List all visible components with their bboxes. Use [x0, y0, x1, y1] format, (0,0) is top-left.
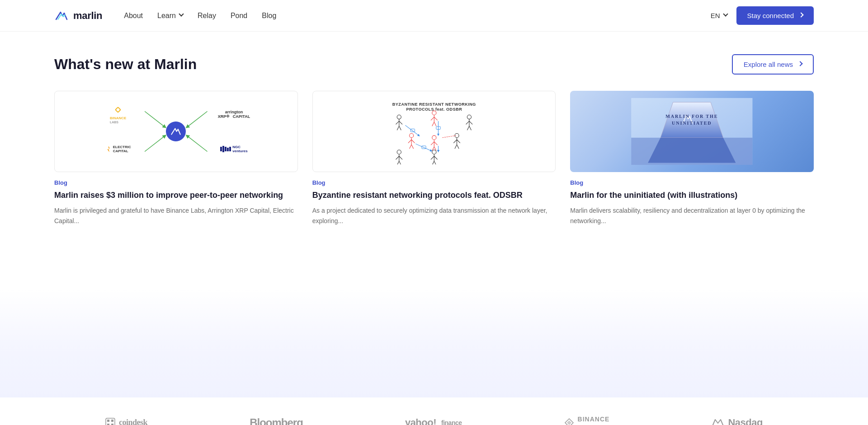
center-marlin-icon: [166, 121, 186, 141]
svg-rect-63: [410, 129, 415, 132]
nav-relay[interactable]: Relay: [198, 12, 216, 20]
svg-line-30: [467, 126, 469, 130]
stay-connected-arrow-icon: [798, 12, 803, 17]
svg-line-16: [396, 121, 399, 124]
nav-blog[interactable]: Blog: [262, 12, 276, 20]
svg-line-29: [469, 121, 472, 124]
card3-excerpt: Marlin delivers scalability, resiliency …: [570, 205, 814, 226]
svg-line-52: [396, 156, 399, 159]
svg-line-48: [455, 145, 457, 149]
svg-text:UNINITIATED: UNINITIATED: [672, 121, 712, 126]
svg-point-50: [397, 150, 401, 154]
binance-diamond-icon: [564, 418, 574, 425]
svg-line-22: [431, 117, 434, 120]
svg-line-54: [397, 161, 399, 164]
lang-label: EN: [711, 12, 720, 19]
svg-rect-3: [220, 147, 222, 151]
svg-line-17: [399, 121, 402, 124]
nasdaq-logo: Nasdaq: [712, 417, 762, 425]
news-card-2[interactable]: BYZANTINE RESISTANT NETWORKING PROTOCOLS…: [312, 91, 556, 226]
svg-line-23: [434, 117, 437, 120]
svg-point-32: [409, 134, 413, 138]
svg-point-14: [397, 115, 401, 119]
svg-marker-73: [648, 138, 736, 163]
svg-rect-5: [225, 147, 226, 151]
svg-line-58: [431, 156, 434, 159]
marlin-logo-icon: [54, 9, 69, 23]
card2-title: Byzantine resistant networking protocols…: [312, 190, 556, 201]
svg-line-34: [408, 140, 411, 143]
svg-line-28: [466, 121, 469, 124]
card3-tag: Blog: [570, 179, 814, 186]
news-header: What's new at Marlin Explore all news: [54, 54, 814, 75]
svg-line-35: [411, 140, 415, 143]
news-section-title: What's new at Marlin: [54, 56, 197, 73]
svg-line-55: [399, 161, 401, 164]
iceberg-illustration: MARLIN FOR THE UNINITIATED: [577, 98, 807, 165]
logo[interactable]: marlin: [54, 9, 102, 23]
coindesk-logo: coindesk: [105, 418, 147, 425]
svg-rect-79: [111, 420, 113, 422]
svg-line-59: [434, 156, 437, 159]
svg-line-10: [145, 136, 165, 152]
svg-line-40: [431, 142, 434, 145]
svg-line-8: [145, 112, 165, 127]
svg-line-18: [397, 126, 399, 130]
svg-line-25: [434, 122, 436, 126]
byzantine-network-diagram: BYZANTINE RESISTANT NETWORKING PROTOCOLS…: [320, 98, 548, 164]
card2-excerpt: As a project dedicated to securely optim…: [312, 205, 556, 226]
svg-rect-4: [222, 146, 224, 152]
card2-image: BYZANTINE RESISTANT NETWORKING PROTOCOLS…: [312, 91, 556, 172]
svg-line-24: [432, 122, 434, 126]
header-left: marlin About Learn Relay Pond Blog: [54, 9, 276, 23]
binance-labs-logo: BINANCELABS: [564, 416, 610, 425]
svg-marker-82: [567, 420, 571, 425]
ngc-icon: [220, 146, 231, 152]
explore-arrow-icon: [797, 61, 802, 66]
binance-icon: [113, 104, 123, 115]
header-right: EN Stay connected: [711, 6, 814, 25]
coindesk-icon: [105, 418, 115, 425]
svg-rect-7: [229, 147, 231, 151]
svg-point-26: [467, 115, 471, 119]
svg-line-60: [432, 161, 434, 164]
svg-line-11: [187, 136, 208, 152]
logo-text: marlin: [73, 10, 102, 22]
bloomberg-logo: Bloomberg: [250, 416, 303, 425]
svg-line-62: [405, 125, 419, 135]
svg-line-9: [187, 112, 208, 127]
card2-tag: Blog: [312, 179, 556, 186]
learn-chevron-icon: [179, 11, 184, 16]
media-logos-section: coindesk Bloomberg yahoo! finance BINANC…: [0, 397, 868, 425]
news-card-1[interactable]: BINANCELABS arringtonXRP CAPITAL: [54, 91, 298, 226]
svg-line-36: [409, 145, 411, 149]
svg-point-38: [432, 135, 436, 140]
nav-about[interactable]: About: [124, 12, 143, 20]
explore-all-news-button[interactable]: Explore all news: [732, 54, 814, 75]
svg-marker-2: [107, 146, 110, 152]
svg-line-61: [434, 161, 436, 164]
svg-line-41: [434, 142, 437, 145]
spacer-section: [0, 289, 868, 397]
svg-point-56: [432, 150, 436, 154]
card1-title: Marlin raises $3 million to improve peer…: [54, 190, 298, 201]
svg-line-19: [399, 126, 401, 130]
nav-learn[interactable]: Learn: [157, 12, 183, 20]
svg-text:MARLIN FOR THE: MARLIN FOR THE: [666, 114, 718, 119]
electric-icon: [105, 146, 112, 152]
svg-line-37: [411, 145, 414, 149]
card1-tag: Blog: [54, 179, 298, 186]
lang-chevron-icon: [723, 11, 728, 16]
stay-connected-button[interactable]: Stay connected: [736, 6, 814, 25]
svg-line-31: [469, 126, 472, 130]
news-card-3[interactable]: MARLIN FOR THE UNINITIATED Blog Marlin f…: [570, 91, 814, 226]
language-selector[interactable]: EN: [711, 12, 727, 19]
card1-image: BINANCELABS arringtonXRP CAPITAL: [54, 91, 298, 172]
nav-pond[interactable]: Pond: [231, 12, 247, 20]
svg-line-66: [442, 135, 456, 138]
svg-rect-6: [227, 148, 229, 151]
card3-title: Marlin for the uninitiated (with illustr…: [570, 190, 814, 201]
svg-line-47: [457, 140, 460, 143]
nasdaq-icon: [712, 418, 724, 425]
svg-text:BYZANTINE RESISTANT NETWORKING: BYZANTINE RESISTANT NETWORKING: [392, 102, 476, 107]
